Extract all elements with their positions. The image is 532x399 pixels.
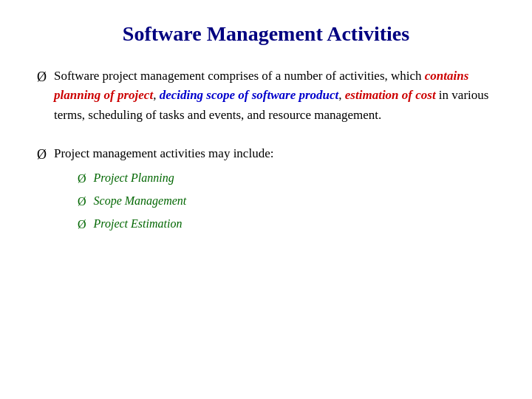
sub-bullet-1-text: Project Planning [94, 169, 174, 187]
bullet-1-prefix: Software project management comprises of… [54, 69, 425, 83]
sub-bullet-3: Ø Project Estimation [78, 215, 495, 233]
bullet-1: Ø Software project management comprises … [37, 66, 495, 125]
bullet-1-text: Software project management comprises of… [54, 66, 495, 125]
sub-bullet-2: Ø Scope Management [78, 192, 495, 211]
sub-bullet-symbol-1: Ø [78, 170, 86, 188]
highlight-estimation: estimation of cost [345, 88, 436, 102]
sub-bullet-symbol-3: Ø [78, 216, 86, 233]
sub-bullet-1: Ø Project Planning [78, 169, 495, 188]
sep1: , [153, 88, 160, 102]
sep2: , [338, 88, 345, 102]
bullet-section-2: Ø Project management activities may incl… [37, 144, 495, 233]
slide-title: Software Management Activities [37, 22, 495, 46]
highlight-deciding: deciding scope of software product [160, 88, 339, 102]
sub-bullet-2-text: Scope Management [94, 192, 187, 210]
sub-bullet-3-text: Project Estimation [94, 215, 183, 233]
bullet-2: Ø Project management activities may incl… [37, 144, 495, 165]
bullet-2-text: Project management activities may includ… [54, 144, 495, 163]
bullet-symbol-2: Ø [37, 145, 47, 165]
bullet-section-1: Ø Software project management comprises … [37, 66, 495, 128]
sub-bullet-symbol-2: Ø [78, 193, 86, 211]
sub-bullet-list: Ø Project Planning Ø Scope Management Ø … [78, 169, 495, 233]
slide: Software Management Activities Ø Softwar… [0, 0, 532, 399]
bullet-symbol-1: Ø [37, 67, 47, 87]
